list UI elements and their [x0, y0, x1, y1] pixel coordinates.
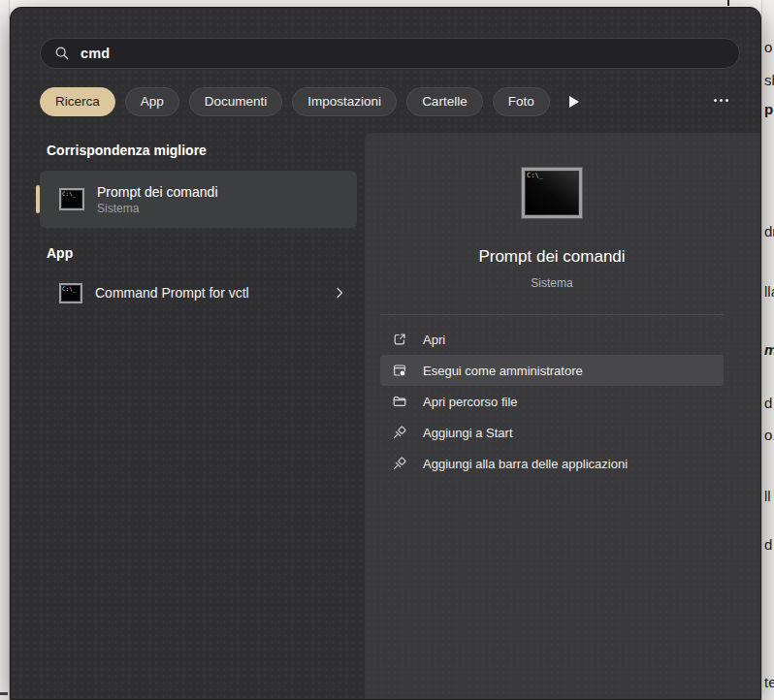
background-text-fragment: lla: [764, 283, 774, 300]
filter-pill-documenti[interactable]: Documenti: [189, 87, 283, 116]
open-external-icon: [392, 332, 407, 347]
search-flyout-panel: cmd Ricerca App Documenti Impostazioni C…: [10, 7, 761, 700]
search-input[interactable]: cmd: [40, 38, 740, 69]
action-pin-to-start[interactable]: Aggiungi a Start: [380, 417, 724, 448]
app-result-title: Command Prompt for vctl: [95, 285, 321, 301]
details-subtitle: Sistema: [380, 276, 724, 290]
more-filters-button[interactable]: [567, 94, 581, 110]
command-prompt-icon: [59, 283, 82, 303]
best-match-item[interactable]: Prompt dei comandi Sistema: [40, 171, 357, 228]
pin-icon: [392, 425, 407, 440]
command-prompt-icon: [59, 188, 84, 210]
background-text-fragment: p: [764, 101, 773, 117]
chevron-right-icon[interactable]: [334, 287, 345, 299]
filter-pill-cartelle[interactable]: Cartelle: [406, 87, 483, 116]
search-query-text: cmd: [81, 46, 110, 61]
best-match-title: Prompt dei comandi: [97, 184, 218, 200]
background-text-fragment: [727, 0, 729, 6]
background-text-fragment: sh: [764, 72, 774, 88]
search-icon: [54, 46, 70, 61]
action-open-file-location[interactable]: Apri percorso file: [380, 386, 724, 417]
best-match-header: Corrispondenza migliore: [47, 143, 207, 158]
best-match-subtitle: Sistema: [97, 202, 218, 215]
background-page-right: o sh p dr lla m d o. ll d te: [761, 0, 774, 700]
action-pin-to-taskbar[interactable]: Aggiungi alla barra delle applicazioni: [380, 448, 724, 479]
background-text-fragment: te: [764, 674, 774, 690]
action-label: Aggiungi a Start: [423, 426, 513, 440]
options-menu-button[interactable]: [708, 90, 733, 110]
run-as-admin-icon: [392, 363, 407, 378]
background-text-fragment: [0, 692, 8, 695]
action-label: Aggiungi alla barra delle applicazioni: [423, 457, 628, 471]
pin-icon: [392, 456, 407, 471]
background-page-left: [0, 0, 10, 700]
selection-accent-bar: [36, 185, 40, 213]
app-section-header: App: [47, 245, 73, 261]
folder-icon: [392, 394, 407, 409]
play-arrow-icon: [567, 94, 581, 110]
filter-pill-ricerca[interactable]: Ricerca: [40, 87, 115, 116]
filter-pill-impostazioni[interactable]: Impostazioni: [292, 87, 397, 116]
action-label: Apri: [423, 333, 445, 347]
background-text-fragment: d: [764, 395, 772, 411]
action-open[interactable]: Apri: [380, 324, 724, 355]
action-label: Esegui come amministratore: [423, 364, 583, 378]
filter-pill-foto[interactable]: Foto: [493, 87, 550, 116]
details-title: Prompt dei comandi: [380, 247, 724, 267]
action-list: Apri Esegui come amministratore: [380, 324, 724, 479]
background-text-fragment: o.: [764, 427, 774, 443]
search-filter-bar: Ricerca App Documenti Impostazioni Carte…: [40, 86, 581, 116]
background-text-fragment: dr: [764, 223, 774, 239]
result-details-panel: Prompt dei comandi Sistema Apri: [365, 133, 761, 700]
background-text-fragment: o: [764, 39, 772, 55]
action-run-as-administrator[interactable]: Esegui come amministratore: [380, 355, 724, 386]
app-result-command-prompt-vctl[interactable]: Command Prompt for vctl: [40, 273, 357, 312]
action-label: Apri percorso file: [423, 395, 518, 409]
divider: [380, 314, 724, 315]
filter-pill-app[interactable]: App: [125, 87, 179, 116]
command-prompt-icon-large: [522, 168, 582, 218]
background-text-fragment: ll: [764, 488, 771, 504]
background-text-fragment: m: [764, 341, 774, 358]
background-text-fragment: d: [764, 536, 772, 553]
ellipsis-icon: [714, 99, 717, 102]
